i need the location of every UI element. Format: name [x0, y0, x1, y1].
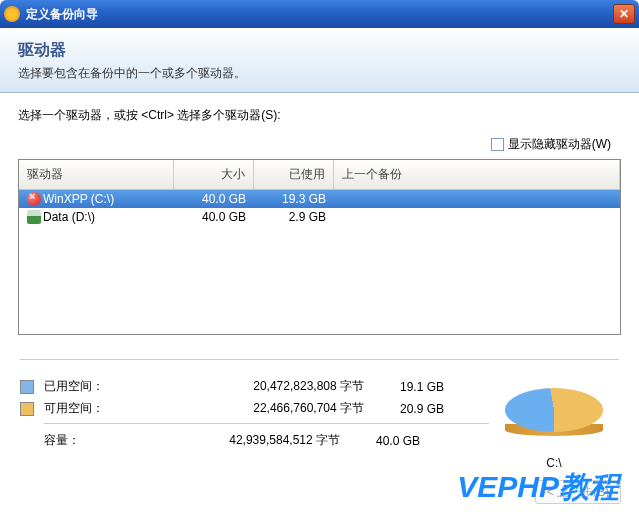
used-space-row: 已用空间： 20,472,823,808 字节 19.1 GB: [20, 378, 489, 395]
title-bar: 定义备份向导 ✕: [0, 0, 639, 28]
col-header-drive[interactable]: 驱动器: [19, 160, 174, 189]
drive-last: [334, 216, 620, 218]
col-header-size[interactable]: 大小: [174, 160, 254, 189]
content-area: 选择一个驱动器，或按 <Ctrl> 选择多个驱动器(S): 显示隐藏驱动器(W)…: [0, 93, 639, 474]
free-swatch-icon: [20, 402, 34, 416]
free-gb: 20.9 GB: [364, 402, 444, 416]
drive-name: WinXPP (C:\): [43, 192, 114, 206]
instruction-text: 选择一个驱动器，或按 <Ctrl> 选择多个驱动器(S):: [18, 107, 621, 124]
total-gb: 40.0 GB: [340, 434, 420, 448]
drive-table: 驱动器 大小 已使用 上一个备份 WinXPP (C:\) 40.0 GB 19…: [18, 159, 621, 335]
free-space-row: 可用空间： 22,466,760,704 字节 20.9 GB: [20, 400, 489, 417]
used-swatch-icon: [20, 380, 34, 394]
capacity-row: 容量： 42,939,584,512 字节 40.0 GB: [20, 432, 489, 449]
free-label: 可用空间：: [44, 400, 164, 417]
stats-panel: 已用空间： 20,472,823,808 字节 19.1 GB 可用空间： 22…: [20, 359, 619, 470]
table-row[interactable]: Data (D:\) 40.0 GB 2.9 GB: [19, 208, 620, 226]
col-header-last[interactable]: 上一个备份: [334, 160, 620, 189]
table-header: 驱动器 大小 已使用 上一个备份: [19, 160, 620, 190]
wizard-header: 驱动器 选择要包含在备份中的一个或多个驱动器。: [0, 28, 639, 93]
window-title: 定义备份向导: [26, 6, 613, 23]
show-hidden-checkbox[interactable]: [491, 138, 504, 151]
page-subtitle: 选择要包含在备份中的一个或多个驱动器。: [18, 65, 621, 82]
used-label: 已用空间：: [44, 378, 164, 395]
col-header-used[interactable]: 已使用: [254, 160, 334, 189]
total-label: 容量：: [44, 432, 140, 449]
drive-icon: [27, 192, 41, 206]
used-bytes: 20,472,823,808 字节: [164, 378, 364, 395]
drive-size: 40.0 GB: [174, 209, 254, 225]
table-body[interactable]: WinXPP (C:\) 40.0 GB 19.3 GB Data (D:\) …: [19, 190, 620, 334]
show-hidden-row: 显示隐藏驱动器(W): [18, 136, 621, 153]
drive-used: 2.9 GB: [254, 209, 334, 225]
close-button[interactable]: ✕: [613, 4, 635, 24]
used-gb: 19.1 GB: [364, 380, 444, 394]
app-icon: [4, 6, 20, 22]
drive-icon: [27, 210, 41, 224]
drive-name: Data (D:\): [43, 210, 95, 224]
disk-usage-pie-icon: [505, 388, 603, 440]
free-bytes: 22,466,760,704 字节: [164, 400, 364, 417]
drive-used: 19.3 GB: [254, 191, 334, 207]
stat-divider: [44, 423, 489, 424]
drive-size: 40.0 GB: [174, 191, 254, 207]
table-row[interactable]: WinXPP (C:\) 40.0 GB 19.3 GB: [19, 190, 620, 208]
page-title: 驱动器: [18, 40, 621, 61]
total-bytes: 42,939,584,512 字节: [140, 432, 340, 449]
stats-text: 已用空间： 20,472,823,808 字节 19.1 GB 可用空间： 22…: [20, 378, 489, 470]
stats-chart: C:\: [489, 378, 619, 470]
show-hidden-label: 显示隐藏驱动器(W): [508, 136, 611, 153]
drive-last: [334, 198, 620, 200]
watermark: VEPHP教程: [455, 467, 621, 508]
